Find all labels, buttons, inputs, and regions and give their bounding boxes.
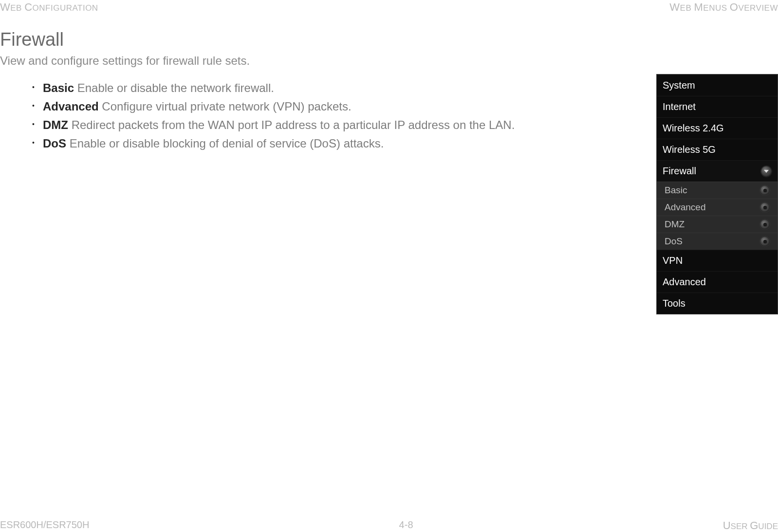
sidebar-subitem-label: Basic: [665, 185, 687, 196]
sidebar-nav: System Internet Wireless 2.4G Wireless 5…: [656, 74, 778, 314]
term-basic: Basic: [43, 81, 74, 94]
list-item: DoS Enable or disable blocking of denial…: [43, 135, 539, 152]
list-item: Basic Enable or disable the network fire…: [43, 79, 539, 97]
footer-product: ESR600H/ESR750H: [0, 519, 89, 532]
footer-page-number: 4-8: [399, 519, 413, 532]
sidebar-item-label: Tools: [663, 298, 685, 309]
desc-basic: Enable or disable the network firewall.: [74, 81, 274, 94]
sidebar-item-label: VPN: [663, 255, 683, 266]
page-footer: ESR600H/ESR750H 4-8 USER GUIDE: [0, 519, 778, 532]
sidebar-item-tools[interactable]: Tools: [657, 293, 778, 314]
radio-icon: [760, 202, 770, 212]
radio-icon: [760, 185, 770, 195]
sidebar-item-vpn[interactable]: VPN: [657, 250, 778, 271]
page-header: WEB CONFIGURATION WEB MENUS OVERVIEW: [0, 0, 778, 14]
sidebar-submenu-firewall: Basic Advanced DMZ DoS: [657, 182, 778, 250]
radio-icon: [760, 220, 770, 229]
list-item: Advanced Configure virtual private netwo…: [43, 98, 539, 115]
list-item: DMZ Redirect packets from the WAN port I…: [43, 116, 539, 134]
term-dos: DoS: [43, 137, 66, 150]
term-dmz: DMZ: [43, 118, 68, 131]
term-advanced: Advanced: [43, 100, 99, 113]
sidebar-subitem-dos[interactable]: DoS: [657, 233, 778, 250]
desc-dos: Enable or disable blocking of denial of …: [66, 137, 384, 150]
sidebar-item-label: System: [663, 80, 695, 91]
sidebar-item-wireless5g[interactable]: Wireless 5G: [657, 139, 778, 160]
footer-doc-type: USER GUIDE: [723, 519, 778, 532]
desc-dmz: Redirect packets from the WAN port IP ad…: [68, 118, 515, 131]
radio-icon: [760, 237, 770, 246]
sidebar-item-wireless24g[interactable]: Wireless 2.4G: [657, 117, 778, 139]
sidebar-item-label: Internet: [663, 101, 696, 112]
sidebar-item-label: Wireless 2.4G: [663, 123, 724, 134]
page-title: Firewall: [0, 29, 778, 50]
sidebar-subitem-basic[interactable]: Basic: [657, 182, 778, 199]
desc-advanced: Configure virtual private network (VPN) …: [99, 100, 352, 113]
sidebar-item-system[interactable]: System: [657, 74, 778, 96]
page-subtitle: View and configure settings for firewall…: [0, 54, 778, 68]
sidebar-subitem-dmz[interactable]: DMZ: [657, 216, 778, 233]
sidebar-subitem-label: DMZ: [665, 219, 685, 230]
header-right: WEB MENUS OVERVIEW: [669, 1, 778, 14]
sidebar-subitem-advanced[interactable]: Advanced: [657, 199, 778, 216]
feature-list: Basic Enable or disable the network fire…: [23, 79, 539, 152]
sidebar-subitem-label: Advanced: [665, 202, 706, 213]
sidebar-subitem-label: DoS: [665, 236, 683, 247]
header-left: WEB CONFIGURATION: [0, 1, 98, 14]
sidebar-item-internet[interactable]: Internet: [657, 96, 778, 117]
chevron-down-icon: [761, 166, 772, 177]
sidebar-item-label: Wireless 5G: [663, 144, 716, 155]
sidebar-item-label: Firewall: [663, 165, 696, 177]
sidebar-item-label: Advanced: [663, 276, 706, 288]
sidebar-item-firewall[interactable]: Firewall: [657, 160, 778, 182]
sidebar-item-advanced[interactable]: Advanced: [657, 271, 778, 293]
